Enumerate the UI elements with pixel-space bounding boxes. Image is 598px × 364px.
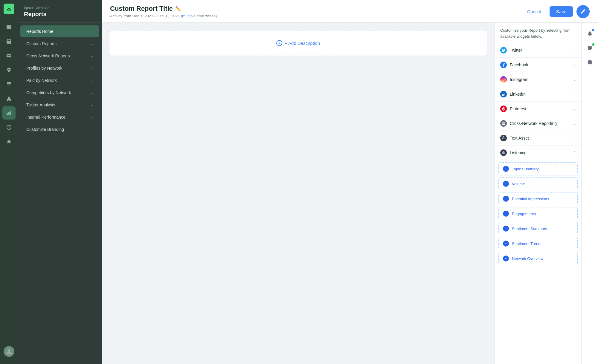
chevron-down-icon: ⌄ xyxy=(90,54,93,58)
chevron-down-icon: ⌄ xyxy=(573,63,576,67)
add-description-button[interactable]: + + Add Description xyxy=(276,40,320,46)
widget-section-linkedin: LinkedIn ⌄ xyxy=(495,87,581,102)
main-content: Custom Report Title ✏️ Activity from Dec… xyxy=(102,0,598,364)
sidebar-header: Sprout Coffee Co. Reports xyxy=(18,0,102,23)
text-asset-icon: A xyxy=(500,135,507,141)
widget-section-header-instagram[interactable]: Instagram ⌄ xyxy=(495,72,581,87)
svg-point-0 xyxy=(8,10,10,11)
widget-section-pinterest: Pinterest ⌄ xyxy=(495,102,581,116)
svg-point-3 xyxy=(503,79,504,80)
svg-rect-2 xyxy=(502,78,505,81)
chevron-down-icon: ⌄ xyxy=(573,92,576,96)
add-description-box[interactable]: + + Add Description xyxy=(109,30,487,56)
instagram-icon xyxy=(500,76,507,83)
canvas-area: + + Add Description xyxy=(102,23,495,364)
nav-icon-pin[interactable] xyxy=(2,63,16,77)
app-icon-bar xyxy=(0,0,18,364)
widget-item-sentiment-trends[interactable]: + Sentiment Trends xyxy=(498,237,578,250)
widget-section-cross-network: Cross-Network Reporting ⌄ xyxy=(495,116,581,131)
multiple-timezones-link[interactable]: multiple xyxy=(182,14,196,18)
widget-item-potential-impressions[interactable]: + Potential Impressions xyxy=(498,192,578,205)
widget-item-network-overview[interactable]: + Network Overview xyxy=(498,252,578,265)
chevron-down-icon: ⌄ xyxy=(90,66,93,70)
sidebar-item-custom-reports[interactable]: Custom Reports ⌄ xyxy=(20,38,99,50)
right-panel-help-text: Customize your Report by selecting from … xyxy=(495,23,581,43)
listening-widget-items: + Topic Summary + Volume + Potential Imp… xyxy=(495,160,581,269)
cancel-button[interactable]: Cancel xyxy=(522,7,546,16)
widget-section-header-linkedin[interactable]: LinkedIn ⌄ xyxy=(495,87,581,101)
nav-icon-calendar[interactable] xyxy=(2,35,16,48)
user-avatar[interactable] xyxy=(4,346,14,357)
nav-icon-star[interactable] xyxy=(2,135,16,148)
sidebar-item-twitter-analysis[interactable]: Twitter Analysis ⌄ xyxy=(20,99,99,111)
message-icon[interactable] xyxy=(584,42,596,54)
sidebar-item-paid-by-network[interactable]: Paid by Network ⌄ xyxy=(20,74,99,86)
nav-icon-list[interactable] xyxy=(2,78,16,91)
widget-section-facebook: Facebook ⌄ xyxy=(495,58,581,72)
edit-profile-button[interactable] xyxy=(576,5,590,18)
nav-icon-send[interactable] xyxy=(2,92,16,105)
add-widget-icon: + xyxy=(503,166,509,172)
sidebar-item-reports-home[interactable]: Reports Home xyxy=(20,25,99,37)
widget-section-instagram: Instagram ⌄ xyxy=(495,72,581,87)
edit-title-icon[interactable]: ✏️ xyxy=(175,6,181,12)
chevron-down-icon: ⌄ xyxy=(90,78,93,82)
widget-item-topic-summary[interactable]: + Topic Summary xyxy=(498,162,578,175)
report-title: Custom Report Title xyxy=(110,5,173,13)
widget-item-volume[interactable]: + Volume xyxy=(498,177,578,190)
widget-section-header-cross-network[interactable]: Cross-Network Reporting ⌄ xyxy=(495,116,581,131)
header-actions: Cancel Save xyxy=(522,5,590,18)
facebook-icon xyxy=(500,62,507,68)
chevron-down-icon: ⌄ xyxy=(90,103,93,107)
widget-item-engagements[interactable]: + Engagements xyxy=(498,207,578,220)
nav-icon-bot[interactable] xyxy=(2,121,16,134)
header-left: Custom Report Title ✏️ Activity from Dec… xyxy=(110,5,217,18)
add-widget-icon: + xyxy=(503,256,509,261)
save-button[interactable]: Save xyxy=(550,6,573,17)
main-header: Custom Report Title ✏️ Activity from Dec… xyxy=(102,0,598,23)
plus-circle-icon: + xyxy=(276,40,282,46)
report-title-row: Custom Report Title ✏️ xyxy=(110,5,217,13)
chevron-down-icon: ⌄ xyxy=(573,77,576,82)
add-widget-icon: + xyxy=(503,226,509,232)
widget-item-sentiment-summary[interactable]: + Sentiment Summary xyxy=(498,222,578,235)
sidebar-item-customize-branding[interactable]: Customize Branding xyxy=(20,123,99,135)
chevron-down-icon: ⌄ xyxy=(90,42,93,46)
widget-section-twitter: Twitter ⌄ xyxy=(495,43,581,58)
brand-name: Sprout Coffee Co. xyxy=(24,6,96,10)
chevron-down-icon: ⌄ xyxy=(90,91,93,95)
app-logo[interactable] xyxy=(4,4,14,14)
notification-badge xyxy=(592,29,594,31)
add-widget-icon: + xyxy=(503,196,509,202)
sidebar: Sprout Coffee Co. Reports Reports Home C… xyxy=(18,0,102,364)
add-widget-icon: + xyxy=(503,241,509,247)
far-right-bar xyxy=(581,23,598,364)
sidebar-nav: Reports Home Custom Reports ⌄ Cross-Netw… xyxy=(18,23,102,364)
body-area: + + Add Description Customize your Repor… xyxy=(102,23,598,364)
sidebar-item-competitors-by-network[interactable]: Competitors by Network ⌄ xyxy=(20,87,99,99)
sidebar-item-internal-performance[interactable]: Internal Performance ⌄ xyxy=(20,111,99,123)
sidebar-item-cross-network[interactable]: Cross-Network Reports ⌄ xyxy=(20,50,99,62)
help-icon[interactable] xyxy=(584,56,596,68)
chevron-down-icon: ⌄ xyxy=(573,121,576,126)
notification-icon[interactable] xyxy=(584,27,596,39)
chevron-down-icon: ⌄ xyxy=(573,48,576,52)
chevron-down-icon: ⌄ xyxy=(90,115,93,119)
add-widget-icon: + xyxy=(503,211,509,217)
widget-section-header-text-asset[interactable]: A Text Asset ⌄ xyxy=(495,131,581,145)
nav-icon-inbox[interactable] xyxy=(2,49,16,62)
widget-section-header-pinterest[interactable]: Pinterest ⌄ xyxy=(495,102,581,116)
widget-section-header-listening[interactable]: Listening ⌃ xyxy=(495,146,581,160)
listening-icon xyxy=(500,149,507,156)
sidebar-item-profiles-by-network[interactable]: Profiles by Network ⌄ xyxy=(20,62,99,74)
nav-icon-reports[interactable] xyxy=(2,106,16,120)
message-badge xyxy=(592,43,594,46)
nav-icon-folder[interactable] xyxy=(2,20,16,33)
cross-network-reporting-icon xyxy=(500,120,507,127)
widget-section-header-facebook[interactable]: Facebook ⌄ xyxy=(495,58,581,72)
twitter-icon xyxy=(500,47,507,53)
chevron-down-icon: ⌄ xyxy=(573,107,576,111)
widget-section-header-twitter[interactable]: Twitter ⌄ xyxy=(495,43,581,57)
chevron-down-icon: ⌄ xyxy=(573,136,576,140)
right-panel: Customize your Report by selecting from … xyxy=(495,23,581,364)
